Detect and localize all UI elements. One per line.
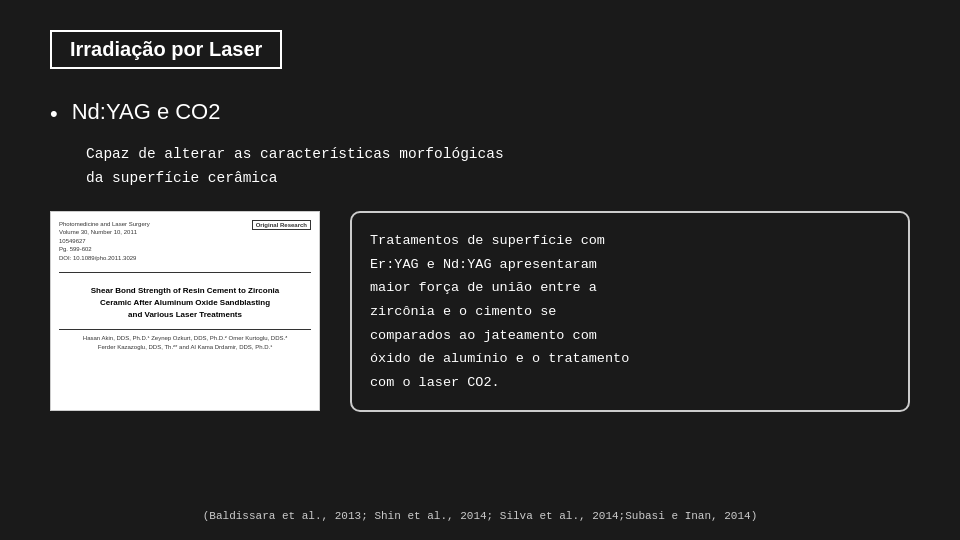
infobox-line6: óxido de alumínio e o tratamento <box>370 347 890 371</box>
paper-badge: Original Research <box>252 220 311 230</box>
sub-text-block: Capaz de alterar as características morf… <box>86 142 910 191</box>
infobox-line5: comparados ao jateamento com <box>370 324 890 348</box>
bullet-label: Nd:YAG e CO2 <box>72 99 221 125</box>
infobox-line3: maior força de união entre a <box>370 276 890 300</box>
journal-name: Photomedicine and Laser Surgery <box>59 221 150 227</box>
infobox-line7: com o laser CO2. <box>370 371 890 395</box>
citation: (Baldissara et al., 2013; Shin et al., 2… <box>50 510 910 522</box>
paper-header: Photomedicine and Laser Surgery Volume 3… <box>59 220 311 262</box>
content-row: Photomedicine and Laser Surgery Volume 3… <box>50 211 910 412</box>
infobox-line1: Tratamentos de superfície com <box>370 229 890 253</box>
infobox-line2: Er:YAG e Nd:YAG apresentaram <box>370 253 890 277</box>
paper-journal: Photomedicine and Laser Surgery Volume 3… <box>59 220 150 262</box>
journal-doi: DOI: 10.1089/pho.2011.3029 <box>59 255 136 261</box>
paper-title-line2: Ceramic After Aluminum Oxide Sandblastin… <box>59 297 311 309</box>
paper-authors: Hasan Akin, DDS, Ph.D.¹ Zeynep Ozkurt, D… <box>59 334 311 352</box>
paper-divider2 <box>59 329 311 330</box>
paper-title-line1: Shear Bond Strength of Resin Cement to Z… <box>59 285 311 297</box>
slide-title: Irradiação por Laser <box>50 30 282 69</box>
journal-issn: 10549627 <box>59 238 86 244</box>
bullet-section: • Nd:YAG e CO2 Capaz de alterar as carac… <box>50 99 910 191</box>
info-box: Tratamentos de superfície com Er:YAG e N… <box>350 211 910 412</box>
bullet-dot: • <box>50 99 58 130</box>
bullet-item: • Nd:YAG e CO2 <box>50 99 910 130</box>
journal-volume: Volume 30, Number 10, 2011 <box>59 229 137 235</box>
journal-pages: Pg. 599-602 <box>59 246 92 252</box>
subtext-line2: da superfície cerâmica <box>86 166 910 191</box>
slide-container: Irradiação por Laser • Nd:YAG e CO2 Capa… <box>0 0 960 540</box>
infobox-line4: zircônia e o cimento se <box>370 300 890 324</box>
paper-title: Shear Bond Strength of Resin Cement to Z… <box>59 285 311 321</box>
subtext-line1: Capaz de alterar as características morf… <box>86 142 910 167</box>
paper-thumbnail: Photomedicine and Laser Surgery Volume 3… <box>50 211 320 411</box>
paper-divider <box>59 272 311 273</box>
paper-title-line3: and Various Laser Treatments <box>59 309 311 321</box>
